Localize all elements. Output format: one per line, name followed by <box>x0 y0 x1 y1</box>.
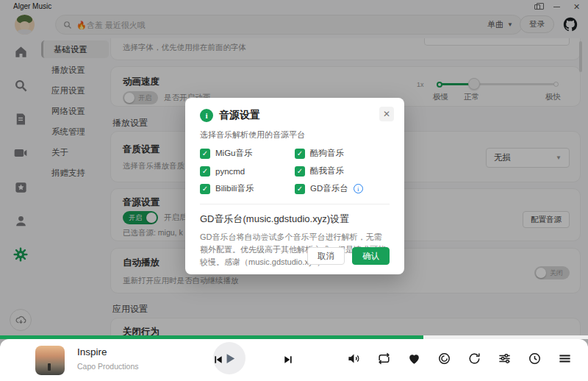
modal-close-icon[interactable]: ✕ <box>379 107 394 121</box>
divider <box>200 204 390 204</box>
track-artist: Capo Productions <box>77 362 138 371</box>
track-title[interactable]: Inspire <box>77 346 107 357</box>
app-window: Alger Music ✕ 单曲 ▼ 登录 <box>0 0 588 381</box>
sound-effect-spiral-icon[interactable] <box>437 351 451 366</box>
source-checkbox-grid: ✓ MiGu音乐 ✓ 酷狗音乐 ✓ pyncmd ✓ 酷我音乐 ✓ Bilibi… <box>200 148 390 194</box>
source-checkbox-kugou[interactable]: ✓ 酷狗音乐 <box>295 148 390 159</box>
repeat-icon[interactable] <box>376 351 391 366</box>
checkbox-checked-icon: ✓ <box>295 166 305 177</box>
player-bar: Inspire Capo Productions <box>0 335 588 381</box>
favorite-heart-icon[interactable] <box>406 351 421 366</box>
playlist-menu-icon[interactable] <box>557 351 572 366</box>
checkbox-checked-icon: ✓ <box>295 184 305 194</box>
previous-track-icon[interactable] <box>213 355 223 365</box>
next-track-icon[interactable] <box>283 355 293 365</box>
checkbox-checked-icon: ✓ <box>200 149 210 159</box>
source-settings-modal: i 音源设置 ✕ 选择音乐解析使用的音源平台 ✓ MiGu音乐 ✓ 酷狗音乐 ✓… <box>185 98 404 274</box>
checkbox-checked-icon: ✓ <box>200 184 210 194</box>
player-right-controls <box>346 351 572 366</box>
info-icon: i <box>200 109 213 122</box>
gd-settings-heading: GD音乐台(music.gdstudio.xyz)设置 <box>200 213 390 226</box>
transport-controls <box>213 342 298 379</box>
modal-subtitle: 选择音乐解析使用的音源平台 <box>200 129 390 140</box>
source-checkbox-migu[interactable]: ✓ MiGu音乐 <box>200 148 295 159</box>
equalizer-icon[interactable] <box>497 351 512 366</box>
source-checkbox-pyncmd[interactable]: ✓ pyncmd <box>200 165 295 177</box>
modal-title: 音源设置 <box>219 109 260 122</box>
checkbox-checked-icon: ✓ <box>200 166 210 177</box>
album-art[interactable] <box>35 346 65 375</box>
gd-info-icon[interactable]: i <box>354 184 363 193</box>
source-checkbox-bilibili[interactable]: ✓ Bilibili音乐 <box>200 183 295 194</box>
cancel-button[interactable]: 取消 <box>307 247 345 265</box>
timer-clock-icon[interactable] <box>527 351 542 366</box>
volume-icon[interactable] <box>346 351 361 366</box>
source-checkbox-kuwo[interactable]: ✓ 酷我音乐 <box>295 165 390 177</box>
source-checkbox-gd[interactable]: ✓ GD音乐台 i <box>295 183 390 194</box>
refresh-icon[interactable] <box>467 351 481 366</box>
checkbox-checked-icon: ✓ <box>295 149 305 159</box>
confirm-button[interactable]: 确认 <box>352 247 390 265</box>
